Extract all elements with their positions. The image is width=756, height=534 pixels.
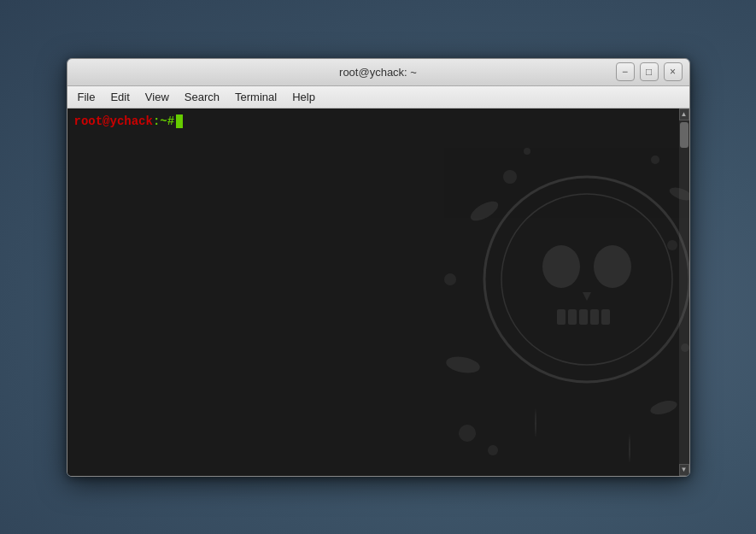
- terminal-cursor: [176, 114, 183, 128]
- menu-file[interactable]: File: [71, 89, 103, 105]
- minimize-button[interactable]: −: [616, 62, 635, 81]
- menu-view[interactable]: View: [138, 89, 176, 105]
- prompt-colon-path: :~: [153, 114, 167, 131]
- prompt-symbol: #: [167, 114, 174, 131]
- maximize-icon: □: [646, 66, 652, 78]
- menu-search[interactable]: Search: [178, 89, 226, 105]
- terminal-scrollbar[interactable]: ▲ ▼: [679, 109, 689, 476]
- terminal-window: root@ychack: ~ − □ × File Edit View Sear…: [67, 58, 690, 477]
- close-icon: ×: [670, 66, 676, 78]
- terminal-area[interactable]: root@ychack :~ # ▲ ▼: [67, 109, 689, 476]
- menu-bar: File Edit View Search Terminal Help: [67, 86, 689, 109]
- menu-help[interactable]: Help: [285, 89, 322, 105]
- minimize-icon: −: [622, 66, 628, 78]
- menu-terminal[interactable]: Terminal: [228, 89, 284, 105]
- menu-edit[interactable]: Edit: [103, 89, 136, 105]
- prompt-line: root@ychack :~ #: [74, 114, 672, 131]
- scrollbar-thumb[interactable]: [680, 122, 689, 148]
- scroll-up-button[interactable]: ▲: [679, 109, 689, 120]
- prompt-username: root@ychack: [74, 114, 153, 131]
- close-button[interactable]: ×: [664, 62, 683, 81]
- maximize-button[interactable]: □: [640, 62, 659, 81]
- window-title: root@ychack: ~: [339, 66, 417, 79]
- terminal-output[interactable]: root@ychack :~ #: [67, 109, 679, 476]
- scroll-down-button[interactable]: ▼: [679, 464, 689, 476]
- title-bar: root@ychack: ~ − □ ×: [67, 59, 689, 86]
- scrollbar-track[interactable]: [679, 120, 689, 464]
- window-controls: − □ ×: [616, 62, 683, 81]
